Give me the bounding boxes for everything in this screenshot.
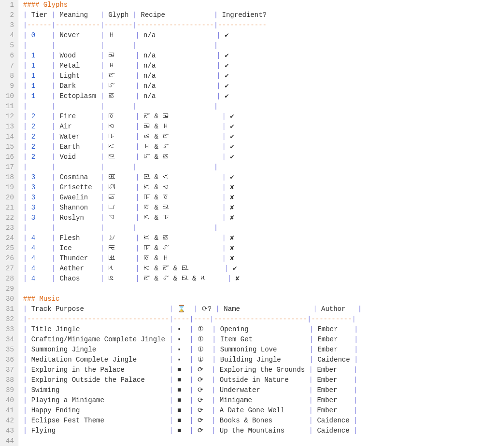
line-number: 10 <box>6 91 14 101</box>
line-number: 2 <box>6 10 14 20</box>
code-line: | | | | | <box>23 41 362 51</box>
code-line: | 3 | Roslyn | ꡧ | ꡟ & ꡠ | ✘ <box>23 213 362 223</box>
code-editor-content[interactable]: #### Glyphs| Tier | Meaning | Glyph | Re… <box>18 0 362 446</box>
line-number: 1 <box>6 0 14 10</box>
line-number: 9 <box>6 81 14 91</box>
line-number: 33 <box>6 324 14 335</box>
line-number: 30 <box>6 294 14 304</box>
code-line: | Playing a Minigame | ■ | ⟳ | Minigame … <box>23 395 362 406</box>
code-line: |------|-----------|-------|------------… <box>23 20 362 30</box>
code-line: | Crafting/Minigame Complete Jingle | ▪ … <box>23 335 362 345</box>
line-number: 13 <box>6 122 14 132</box>
code-line: | 2 | Earth | ꡡ | ꡘ & ꡜ | ✔ <box>23 142 362 152</box>
code-line: | Exploring Outside the Palace | ■ | ⟳ |… <box>23 375 362 385</box>
line-number: 19 <box>6 182 14 193</box>
line-number: 24 <box>6 233 14 243</box>
line-number: 8 <box>6 71 14 81</box>
line-number: 43 <box>6 426 14 436</box>
code-line: #### Glyphs <box>23 0 362 10</box>
code-line: | 3 | Cosmina | ꡣ | ꡢ & ꡡ | ✔ <box>23 172 362 182</box>
code-line: | Summoning Jingle | ▪ | ① | Summoning L… <box>23 345 362 355</box>
code-line: | Swiming | ■ | ⟳ | Underwater | Ember | <box>23 385 362 395</box>
line-number: 6 <box>6 51 14 61</box>
code-line: | | | | | <box>23 162 362 172</box>
line-number: 25 <box>6 243 14 253</box>
code-line: | 3 | Gwaelin | ꡥ | ꡠ & ꡞ | ✘ <box>23 193 362 203</box>
code-line: | | | | | <box>23 223 362 233</box>
line-number: 11 <box>6 101 14 112</box>
code-line: | 2 | Water | ꡠ | ꡝ & ꡛ | ✔ <box>23 132 362 142</box>
code-line: | Happy Ending | ■ | ⟳ | A Date Gone Wel… <box>23 406 362 416</box>
code-line: | 3 | Shannon | ꡦ | ꡞ & ꡢ | ✘ <box>23 203 362 213</box>
line-number: 27 <box>6 264 14 274</box>
code-line: | 2 | Fire | ꡞ | ꡛ & ꡙ | ✔ <box>23 112 362 122</box>
line-number-gutter: 1234567891011121314151617181920212223242… <box>0 0 18 446</box>
line-number: 4 <box>6 30 14 41</box>
line-number: 35 <box>6 345 14 355</box>
code-line: | Meditation Complete Jingle | ▪ | ① | B… <box>23 355 362 365</box>
line-number: 16 <box>6 152 14 162</box>
code-line: | | | | | <box>23 101 362 112</box>
code-line: | 1 | Metal | ꡘ | n/a | ✔ <box>23 61 362 71</box>
code-line: | Flying | ■ | ⟳ | Up the Mountains | Ca… <box>23 426 362 436</box>
line-number: 31 <box>6 304 14 314</box>
line-number: 29 <box>6 284 14 294</box>
code-line: | Track Purpose | ⌛ | ⟳? | Name | Author… <box>23 304 362 314</box>
line-number: 34 <box>6 335 14 345</box>
code-line: | 1 | Dark | ꡜ | n/a | ✔ <box>23 81 362 91</box>
code-line: ### Music <box>23 294 362 304</box>
line-number: 20 <box>6 193 14 203</box>
code-line <box>23 284 362 294</box>
line-number: 14 <box>6 132 14 142</box>
code-line: | 3 | Grisette | ꡤ | ꡡ & ꡟ | ✘ <box>23 182 362 193</box>
line-number: 17 <box>6 162 14 172</box>
line-number: 32 <box>6 314 14 324</box>
code-line: | 2 | Void | ꡢ | ꡜ & ꡝ | ✔ <box>23 152 362 162</box>
code-line: | Title Jingle | ▪ | ① | Opening | Ember… <box>23 324 362 335</box>
code-line: | 0 | Never | ꡘ | n/a | ✔ <box>23 30 362 41</box>
line-number: 39 <box>6 385 14 395</box>
line-number: 42 <box>6 416 14 426</box>
line-number: 7 <box>6 61 14 71</box>
line-number: 12 <box>6 112 14 122</box>
code-line: | 1 | Wood | ꡙ | n/a | ✔ <box>23 51 362 61</box>
line-number: 40 <box>6 395 14 406</box>
line-number: 38 <box>6 375 14 385</box>
line-number: 37 <box>6 365 14 375</box>
code-line: | 1 | Ectoplasm | ꡝ | n/a | ✔ <box>23 91 362 101</box>
line-number: 44 <box>6 436 14 446</box>
line-number: 26 <box>6 253 14 264</box>
code-line: |-----------------------------------|---… <box>23 314 362 324</box>
line-number: 28 <box>6 274 14 284</box>
code-line: | 4 | Aether | ꡫ | ꡟ & ꡛ & ꡢ | ✔ <box>23 264 362 274</box>
line-number: 15 <box>6 142 14 152</box>
code-line: | Eclipse Fest Theme | ■ | ⟳ | Books & B… <box>23 416 362 426</box>
line-number: 21 <box>6 203 14 213</box>
code-line <box>23 436 362 446</box>
code-line: | 4 | Chaos | ꡬ | ꡛ & ꡜ & ꡢ & ꡫ | ✘ <box>23 274 362 284</box>
line-number: 22 <box>6 213 14 223</box>
code-line: | Tier | Meaning | Glyph | Recipe | Ingr… <box>23 10 362 20</box>
line-number: 23 <box>6 223 14 233</box>
line-number: 18 <box>6 172 14 182</box>
line-number: 3 <box>6 20 14 30</box>
code-line: | 2 | Air | ꡟ | ꡙ & ꡘ | ✔ <box>23 122 362 132</box>
code-line: | 4 | Thunder | ꡪ | ꡞ & ꡘ | ✘ <box>23 253 362 264</box>
code-line: | 4 | Ice | ꡩ | ꡠ & ꡜ | ✘ <box>23 243 362 253</box>
line-number: 5 <box>6 41 14 51</box>
line-number: 41 <box>6 406 14 416</box>
code-line: | 1 | Light | ꡛ | n/a | ✔ <box>23 71 362 81</box>
line-number: 36 <box>6 355 14 365</box>
code-line: | Exploring in the Palace | ■ | ⟳ | Expl… <box>23 365 362 375</box>
code-line: | 4 | Flesh | ꡨ | ꡡ & ꡝ | ✘ <box>23 233 362 243</box>
